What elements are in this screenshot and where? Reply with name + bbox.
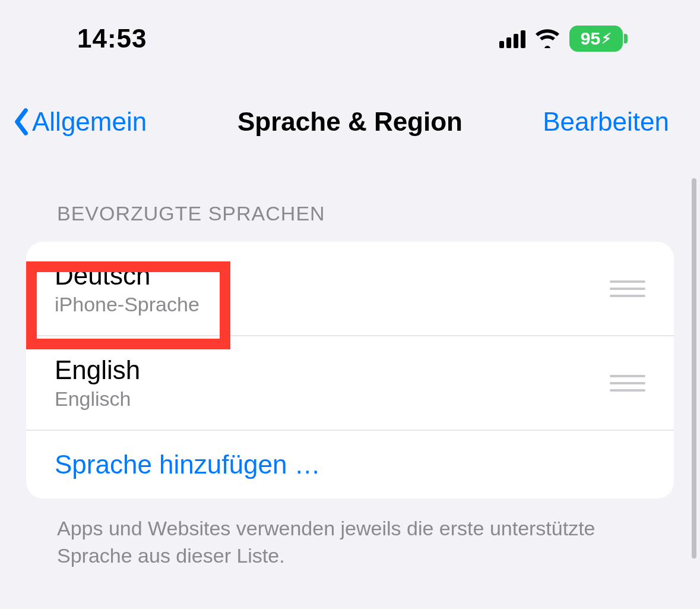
language-name: English — [55, 355, 140, 385]
section-footer-note: Apps und Websites verwenden jeweils die … — [26, 498, 674, 570]
add-language-button[interactable]: Sprache hinzufügen … — [26, 431, 674, 498]
language-row-deutsch[interactable]: Deutsch iPhone-Sprache — [26, 242, 674, 336]
edit-button[interactable]: Bearbeiten — [543, 107, 669, 137]
scrollbar[interactable] — [692, 178, 696, 558]
content-area: BEVORZUGTE SPRACHEN Deutsch iPhone-Sprac… — [0, 166, 700, 570]
language-text: Deutsch iPhone-Sprache — [55, 261, 199, 316]
section-header-preferred-languages: BEVORZUGTE SPRACHEN — [26, 202, 674, 242]
language-name: Deutsch — [55, 261, 199, 291]
back-label: Allgemein — [32, 107, 147, 137]
battery-indicator: 95⚡︎ — [569, 26, 623, 52]
status-bar: 14:53 95⚡︎ — [0, 0, 700, 77]
wifi-icon — [535, 29, 560, 48]
battery-percent: 95 — [581, 29, 600, 49]
language-text: English Englisch — [55, 355, 140, 411]
add-language-label: Sprache hinzufügen … — [55, 450, 321, 479]
navigation-bar: Allgemein Sprache & Region Bearbeiten — [0, 77, 700, 166]
language-row-english[interactable]: English Englisch — [26, 336, 674, 431]
status-time: 14:53 — [77, 24, 147, 53]
page-title: Sprache & Region — [237, 107, 463, 137]
chevron-left-icon — [12, 108, 31, 136]
language-sub: iPhone-Sprache — [55, 293, 199, 316]
charging-bolt-icon: ⚡︎ — [601, 30, 612, 47]
language-sub: Englisch — [55, 387, 140, 411]
back-button[interactable]: Allgemein — [12, 107, 147, 137]
cellular-signal-icon — [499, 29, 525, 48]
status-indicators: 95⚡︎ — [499, 26, 623, 52]
drag-handle-icon[interactable] — [610, 280, 645, 297]
drag-handle-icon[interactable] — [610, 375, 645, 392]
language-list: Deutsch iPhone-Sprache English Englisch … — [26, 242, 674, 498]
